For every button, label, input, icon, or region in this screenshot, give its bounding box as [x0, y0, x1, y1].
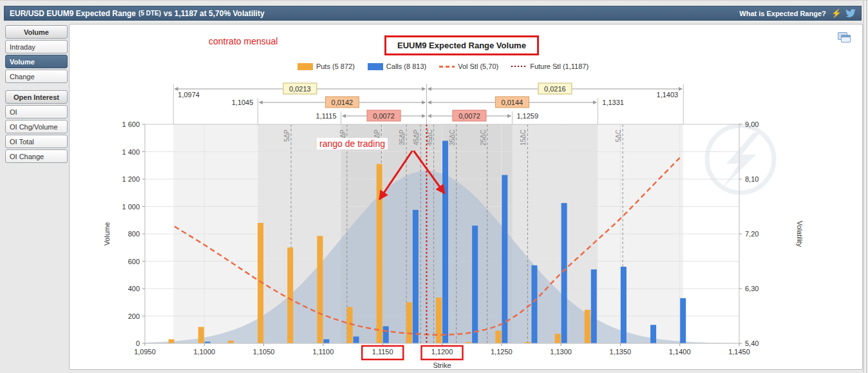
- popout-window-icon[interactable]: [838, 32, 851, 43]
- svg-text:400: 400: [128, 285, 140, 292]
- svg-text:9,00: 9,00: [745, 120, 759, 128]
- svg-text:1,1450: 1,1450: [728, 348, 750, 356]
- legend-item-vol-stl[interactable]: Vol Stl (5,70): [439, 62, 498, 70]
- svg-text:0,0144: 0,0144: [502, 99, 524, 106]
- svg-text:0,0216: 0,0216: [544, 85, 566, 93]
- window-edge: [863, 1, 867, 373]
- vol-stl-dashed-icon: [439, 66, 455, 68]
- legend-item-puts[interactable]: Puts (5 872): [297, 62, 355, 70]
- future-stl-dotted-icon: [511, 66, 527, 67]
- svg-text:0: 0: [136, 340, 140, 347]
- svg-text:5ΔP: 5ΔP: [283, 129, 290, 142]
- svg-text:1,1100: 1,1100: [312, 348, 334, 356]
- svg-text:1,1000: 1,1000: [193, 348, 215, 356]
- svg-text:600: 600: [128, 258, 140, 265]
- svg-text:1,0974: 1,0974: [178, 91, 200, 99]
- svg-text:200: 200: [128, 312, 140, 320]
- svg-text:35ΔC: 35ΔC: [449, 129, 456, 146]
- svg-text:45ΔP: 45ΔP: [413, 129, 420, 146]
- lightning-icon[interactable]: ⚡: [831, 8, 842, 18]
- svg-text:1,0950: 1,0950: [134, 348, 156, 356]
- sidebar-item-volume[interactable]: Volume: [5, 55, 68, 68]
- sidebar-item-oi-change[interactable]: OI Change: [5, 149, 68, 163]
- svg-text:0,0213: 0,0213: [289, 85, 311, 93]
- sidebar-item-oi[interactable]: OI: [5, 105, 68, 119]
- svg-text:1,1300: 1,1300: [550, 348, 572, 356]
- page-title: EUR/USD EUUM9 Expected Range: [10, 9, 136, 18]
- expected-range-chart: 5ΔP15ΔP25ΔP35ΔP45ΔP45ΔC35ΔC25ΔC15ΔC5ΔC02…: [70, 24, 861, 368]
- svg-text:1 000: 1 000: [122, 203, 140, 211]
- sidebar-header-open-interest: Open Interest: [5, 90, 68, 104]
- legend-label: Calls (8 813): [386, 62, 426, 70]
- sidebar-header-volume: Volume: [5, 25, 68, 39]
- svg-text:1,1400: 1,1400: [669, 348, 691, 356]
- svg-text:1,1331: 1,1331: [602, 99, 624, 106]
- svg-text:1 200: 1 200: [122, 175, 140, 183]
- svg-text:7,20: 7,20: [745, 230, 759, 238]
- app-window: { "title_bar": { "title_pre": "EUR/USD E…: [0, 0, 868, 373]
- svg-text:5,40: 5,40: [745, 340, 759, 347]
- what-is-expected-range-link[interactable]: What is Expected Range?: [739, 10, 826, 17]
- sidebar-item-intraday[interactable]: Intraday: [5, 40, 68, 53]
- svg-text:1,1200: 1,1200: [431, 348, 453, 356]
- calls-swatch-icon: [368, 63, 383, 70]
- svg-text:1,1050: 1,1050: [253, 348, 275, 356]
- svg-text:1,1350: 1,1350: [610, 348, 632, 356]
- svg-text:1,1403: 1,1403: [657, 91, 679, 99]
- svg-text:8,10: 8,10: [745, 175, 759, 183]
- svg-text:1,1045: 1,1045: [232, 99, 254, 106]
- annotation-rango-de-trading: rango de trading: [317, 138, 388, 149]
- legend-label: Vol Stl (5,70): [458, 62, 498, 70]
- svg-text:15ΔC: 15ΔC: [520, 129, 527, 146]
- chart-panel: 5ΔP15ΔP25ΔP35ΔP45ΔP45ΔC35ΔC25ΔC15ΔC5ΔC02…: [69, 24, 863, 370]
- sidebar-item-oi-total[interactable]: OI Total: [5, 135, 68, 148]
- page-title-rest: vs 1,1187 at 5,70% Volatility: [164, 9, 265, 18]
- annotation-contrato-mensual: contrato mensual: [209, 36, 278, 46]
- svg-text:35ΔP: 35ΔP: [399, 129, 406, 146]
- svg-text:1,1259: 1,1259: [516, 112, 538, 120]
- twitter-icon[interactable]: [845, 9, 856, 17]
- svg-text:1,1250: 1,1250: [491, 348, 513, 356]
- legend-label: Future Stl (1,1187): [530, 62, 589, 70]
- svg-text:0,0142: 0,0142: [332, 99, 354, 106]
- sidebar-item-change[interactable]: Change: [5, 70, 68, 83]
- legend-item-calls[interactable]: Calls (8 813): [368, 62, 426, 70]
- svg-text:Volatility: Volatility: [796, 221, 804, 247]
- svg-text:6,30: 6,30: [745, 285, 759, 292]
- svg-text:1,1115: 1,1115: [316, 112, 337, 120]
- svg-text:Strike: Strike: [433, 361, 451, 368]
- svg-text:5ΔC: 5ΔC: [615, 129, 622, 142]
- legend-label: Puts (5 872): [316, 62, 355, 70]
- svg-text:25ΔC: 25ΔC: [480, 129, 487, 146]
- svg-text:800: 800: [128, 230, 140, 238]
- svg-text:Volume: Volume: [103, 222, 111, 246]
- sidebar-gap: [5, 84, 68, 90]
- title-bar: EUR/USD EUUM9 Expected Range (5 DTE) vs …: [4, 6, 862, 21]
- sidebar-item-oi-chg-volume[interactable]: OI Chg/Volume: [5, 120, 68, 133]
- svg-text:1 400: 1 400: [122, 148, 140, 156]
- svg-text:1 600: 1 600: [122, 120, 140, 128]
- puts-swatch-icon: [297, 63, 313, 70]
- sidebar: Volume Intraday Volume Change Open Inter…: [5, 25, 68, 164]
- svg-text:0,0072: 0,0072: [373, 112, 395, 120]
- svg-text:1,1150: 1,1150: [372, 348, 393, 356]
- svg-text:0,0072: 0,0072: [458, 112, 480, 120]
- legend-item-future-stl[interactable]: Future Stl (1,1187): [511, 62, 589, 70]
- page-title-dte: (5 DTE): [138, 10, 161, 17]
- chart-legend: Puts (5 872) Calls (8 813) Vol Stl (5,70…: [70, 62, 816, 70]
- chart-title: EUUM9 Expected Range Volume: [384, 35, 539, 55]
